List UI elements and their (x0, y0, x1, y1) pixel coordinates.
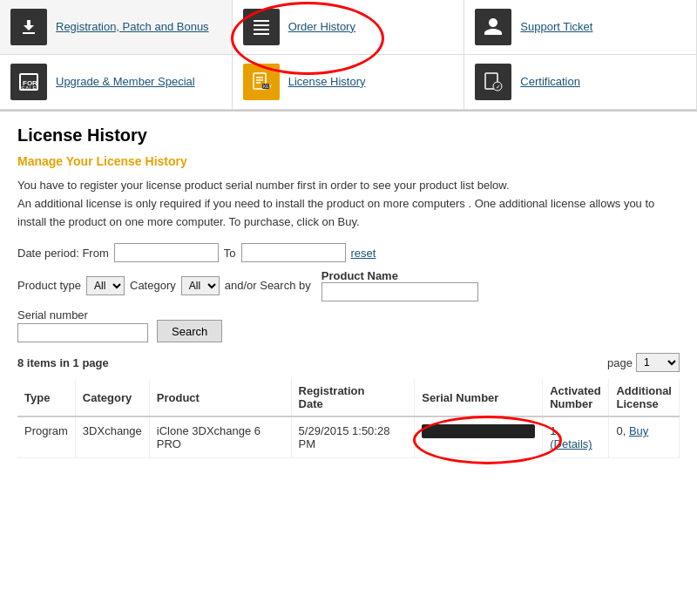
serial-input-wrap: Serial number (17, 308, 148, 342)
manage-title: Manage Your License History (17, 154, 680, 168)
buy-link[interactable]: Buy (629, 424, 648, 437)
date-from-input[interactable] (114, 243, 219, 262)
results-header: 8 items in 1 page page 1 (17, 353, 680, 372)
cell-activated-number: 1 (Details) (543, 416, 609, 458)
serial-redacted-wrapper (422, 424, 535, 441)
description: You have to register your license produc… (17, 177, 680, 231)
product-type-select[interactable]: All (86, 276, 125, 295)
serial-number-input[interactable] (17, 323, 148, 342)
nav-item-support-ticket[interactable]: Support Ticket (464, 0, 697, 55)
items-count: 8 items in 1 page (17, 356, 109, 369)
cell-additional-license: 0, Buy (609, 416, 680, 458)
col-type: Type (17, 379, 75, 416)
nav-item-registration[interactable]: Registration, Patch and Bonus (0, 0, 233, 55)
nav-item-order-history[interactable]: Order History (233, 0, 465, 55)
nav-label-support-ticket: Support Ticket (520, 19, 592, 35)
nav-item-upgrade[interactable]: FORSALE Upgrade & Member Special (0, 55, 233, 110)
col-reg-date: RegistrationDate (291, 379, 415, 416)
cell-product: iClone 3DXchange 6 PRO (149, 416, 291, 458)
date-to-label: To (224, 247, 236, 260)
nav-label-license-history: License History (288, 74, 366, 90)
reset-link[interactable]: reset (351, 247, 376, 260)
nav-label-certification: Certification (520, 74, 580, 90)
and-or-search-label: and/or Search by (225, 279, 311, 292)
details-link[interactable]: (Details) (550, 437, 592, 450)
search-button[interactable]: Search (157, 320, 222, 342)
col-product: Product (149, 379, 291, 416)
table-row: Program 3DXchange iClone 3DXchange 6 PRO… (17, 416, 680, 458)
date-filter-row: Date period: From To reset (17, 243, 680, 262)
date-to-input[interactable] (241, 243, 346, 262)
sale-icon: FORSALE (10, 64, 47, 100)
top-navigation: Registration, Patch and Bonus Order Hist… (0, 0, 697, 112)
nav-label-registration: Registration, Patch and Bonus (56, 19, 209, 35)
description-line2: An additional license is only required i… (17, 195, 680, 232)
cert-icon: ✓ (475, 64, 511, 100)
col-serial-number: Serial Number (415, 379, 543, 416)
license-icon: KEY (243, 64, 280, 100)
license-table: Type Category Product RegistrationDate S… (17, 379, 680, 458)
col-activated-number: ActivatedNumber (543, 379, 609, 416)
download-icon (10, 9, 47, 45)
nav-label-upgrade: Upgrade & Member Special (56, 74, 195, 90)
list-icon (243, 9, 280, 45)
description-line1: You have to register your license produc… (17, 177, 680, 195)
serial-redacted-bar (422, 424, 535, 438)
product-filter-row: Product type All Category All and/or Sea… (17, 269, 680, 301)
svg-text:SALE: SALE (21, 85, 37, 91)
cell-reg-date: 5/29/2015 1:50:28 PM (291, 416, 415, 458)
product-name-input[interactable] (321, 282, 478, 301)
person-icon (475, 9, 511, 45)
svg-text:KEY: KEY (263, 84, 272, 89)
serial-number-label: Serial number (17, 308, 148, 322)
nav-item-license-history[interactable]: KEY License History (233, 55, 465, 110)
product-type-label: Product type (17, 279, 81, 292)
table-header-row: Type Category Product RegistrationDate S… (17, 379, 680, 416)
category-label: Category (130, 279, 176, 292)
cell-category: 3DXchange (75, 416, 149, 458)
page-select-wrap: page 1 (607, 353, 680, 372)
col-additional-license: AdditionalLicense (609, 379, 680, 416)
page-label: page (607, 356, 633, 369)
main-content: License History Manage Your License Hist… (0, 112, 697, 472)
serial-filter-row: Serial number Search (17, 308, 680, 342)
cell-type: Program (17, 416, 75, 458)
category-select[interactable]: All (181, 276, 220, 295)
page-title: License History (17, 125, 680, 146)
svg-text:✓: ✓ (496, 84, 501, 90)
nav-item-certification[interactable]: ✓ Certification (464, 55, 697, 110)
product-name-label-top: Product Name (321, 269, 478, 282)
cell-serial-number (415, 416, 543, 458)
date-from-label: Date period: From (17, 247, 109, 260)
nav-label-order-history: Order History (288, 19, 355, 35)
page-select[interactable]: 1 (636, 353, 680, 372)
col-category: Category (75, 379, 149, 416)
